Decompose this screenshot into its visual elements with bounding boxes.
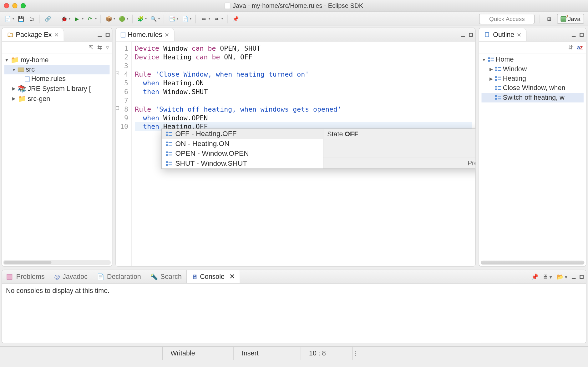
display-console-icon[interactable]: 🖥▾ bbox=[542, 273, 552, 280]
next-annotation-button[interactable]: 📄 bbox=[181, 15, 189, 23]
quick-access-input[interactable]: Quick Access bbox=[479, 14, 535, 24]
back-button[interactable]: ⬅ bbox=[200, 15, 208, 23]
pin-button[interactable]: 📌 bbox=[231, 15, 239, 23]
outline-item-rule2[interactable]: Switch off heating, w bbox=[503, 94, 565, 102]
console-empty-message: No consoles to display at this time. bbox=[6, 287, 582, 295]
new-class-button[interactable]: 🟢 bbox=[118, 15, 126, 23]
outline-tree[interactable]: ▼Home ▶Window ▶Heating Close Window, whe… bbox=[479, 53, 586, 259]
horizontal-scrollbar[interactable] bbox=[3, 260, 111, 265]
maximize-view-icon[interactable] bbox=[580, 273, 584, 280]
tree-item-srcgen[interactable]: src-gen bbox=[28, 95, 50, 103]
minimize-view-icon[interactable] bbox=[572, 31, 576, 38]
open-type-button[interactable]: 🧩 bbox=[136, 15, 144, 23]
chevron-down-icon[interactable]: ▾ bbox=[158, 17, 160, 20]
tab-problems[interactable]: Problems bbox=[2, 270, 49, 283]
svg-rect-17 bbox=[488, 60, 490, 62]
link-editor-button[interactable]: 🔗 bbox=[44, 15, 52, 23]
tab-console[interactable]: 🖥Console✕ bbox=[186, 270, 240, 283]
chevron-down-icon[interactable]: ▾ bbox=[221, 17, 223, 20]
toolbar-separator bbox=[227, 14, 227, 23]
close-icon[interactable]: ✕ bbox=[517, 32, 521, 38]
svg-rect-2 bbox=[169, 132, 172, 133]
maximize-view-icon[interactable] bbox=[469, 31, 473, 38]
tree-item-jre[interactable]: JRE System Library [ bbox=[28, 85, 91, 93]
chevron-down-icon[interactable]: ▾ bbox=[145, 17, 147, 20]
chevron-down-icon[interactable]: ▾ bbox=[127, 17, 128, 20]
maximize-view-icon[interactable] bbox=[580, 31, 584, 38]
search-icon: 🔦 bbox=[150, 273, 158, 280]
tab-label: Declaration bbox=[107, 273, 141, 280]
chevron-down-icon[interactable]: ▾ bbox=[114, 17, 115, 20]
status-writable: Writable bbox=[162, 347, 234, 360]
horizontal-scrollbar[interactable] bbox=[481, 261, 584, 265]
search-button[interactable]: 🔍 bbox=[150, 15, 157, 23]
pin-console-icon[interactable]: 📌 bbox=[531, 273, 539, 280]
content-assist-item[interactable]: OFF - Heating.OFF bbox=[162, 129, 323, 139]
run-last-button[interactable]: ⟳ bbox=[86, 15, 94, 23]
chevron-down-icon[interactable]: ▾ bbox=[13, 17, 14, 20]
tree-item-file[interactable]: Home.rules bbox=[31, 75, 66, 83]
code-editor[interactable]: Device Window can be OPEN, SHUTDevice He… bbox=[132, 42, 475, 266]
outline-item-heating[interactable]: Heating bbox=[503, 75, 526, 83]
declaration-icon: 📄 bbox=[97, 273, 104, 280]
open-console-icon[interactable]: 📂▾ bbox=[556, 273, 568, 280]
chevron-down-icon[interactable]: ▾ bbox=[190, 17, 191, 20]
outline-item-rule1[interactable]: Close Window, when bbox=[503, 84, 565, 92]
main-toolbar: 📄▾ 💾 🗂 🔗 🐞▾ ▶▾ ⟳▾ 📦▾ 🟢▾ 🧩▾ 🔍▾ 📑▾ 📄▾ ⬅▾ ➡… bbox=[0, 12, 588, 26]
svg-rect-25 bbox=[495, 79, 497, 81]
tab-search[interactable]: 🔦Search bbox=[146, 270, 186, 283]
alpha-sort-icon[interactable]: az bbox=[577, 44, 583, 50]
svg-rect-3 bbox=[169, 135, 172, 136]
svg-rect-4 bbox=[166, 141, 168, 143]
minimize-view-icon[interactable] bbox=[98, 31, 102, 38]
minimize-view-icon[interactable] bbox=[461, 31, 465, 38]
tab-javadoc[interactable]: @Javadoc bbox=[49, 270, 92, 283]
close-icon[interactable]: ✕ bbox=[165, 32, 169, 38]
java-perspective-icon bbox=[561, 16, 566, 22]
save-all-button[interactable]: 🗂 bbox=[28, 15, 36, 23]
chevron-down-icon[interactable]: ▾ bbox=[69, 17, 70, 20]
toggle-mark-button[interactable]: 📑 bbox=[168, 15, 176, 23]
editor-tab-label: Home.rules bbox=[128, 31, 162, 38]
editor-tab[interactable]: Home.rules ✕ bbox=[116, 28, 175, 41]
view-menu-icon[interactable]: ▿ bbox=[106, 44, 109, 50]
outline-tab[interactable]: 🗒 Outline ✕ bbox=[479, 28, 527, 41]
run-button[interactable]: ▶ bbox=[73, 15, 81, 23]
maximize-view-icon[interactable] bbox=[106, 31, 110, 38]
chevron-down-icon[interactable]: ▾ bbox=[209, 17, 210, 20]
minimize-view-icon[interactable] bbox=[572, 273, 576, 280]
close-icon[interactable]: ✕ bbox=[229, 273, 235, 281]
sort-icon[interactable]: ⇵ bbox=[568, 44, 573, 50]
chevron-down-icon[interactable]: ▾ bbox=[95, 17, 97, 20]
collapse-all-icon[interactable]: ⇱ bbox=[89, 44, 93, 50]
tree-item-project[interactable]: my-home bbox=[21, 56, 49, 64]
debug-button[interactable]: 🐞 bbox=[60, 15, 68, 23]
element-icon bbox=[166, 141, 172, 147]
svg-rect-23 bbox=[498, 70, 501, 71]
content-assist-item[interactable]: ON - Heating.ON bbox=[162, 139, 323, 149]
chevron-down-icon[interactable]: ▾ bbox=[177, 17, 178, 20]
tree-item-src[interactable]: src bbox=[26, 66, 35, 73]
content-assist-item[interactable]: OPEN - Window.OPEN bbox=[162, 149, 323, 159]
quick-access-placeholder: Quick Access bbox=[489, 15, 525, 22]
link-with-editor-icon[interactable]: ⇆ bbox=[97, 44, 102, 50]
forward-button[interactable]: ➡ bbox=[213, 15, 221, 23]
save-button[interactable]: 💾 bbox=[17, 15, 25, 23]
toolbar-separator bbox=[164, 14, 164, 23]
status-bar: Writable Insert 10 : 8 bbox=[0, 346, 588, 360]
content-assist-list[interactable]: OFF - Heating.OFFON - Heating.ONOPEN - W… bbox=[162, 129, 323, 168]
package-explorer-tab[interactable]: 🗂 Package Ex ✕ bbox=[2, 28, 64, 41]
tab-declaration[interactable]: 📄Declaration bbox=[92, 270, 146, 283]
package-explorer-tree[interactable]: ▼📁my-home ▼src Home.rules ▶📚JRE System L… bbox=[2, 53, 112, 259]
content-assist-item[interactable]: SHUT - Window.SHUT bbox=[162, 158, 323, 168]
outline-item-window[interactable]: Window bbox=[503, 65, 527, 73]
new-package-button[interactable]: 📦 bbox=[105, 15, 113, 23]
svg-rect-15 bbox=[169, 164, 172, 165]
java-perspective-button[interactable]: Java bbox=[557, 14, 584, 24]
open-perspective-button[interactable]: ⊞ bbox=[545, 15, 553, 23]
chevron-down-icon[interactable]: ▾ bbox=[82, 17, 84, 20]
outline-item-home[interactable]: Home bbox=[496, 56, 514, 63]
svg-rect-27 bbox=[498, 79, 501, 80]
new-button[interactable]: 📄 bbox=[4, 15, 12, 23]
close-icon[interactable]: ✕ bbox=[54, 32, 59, 38]
